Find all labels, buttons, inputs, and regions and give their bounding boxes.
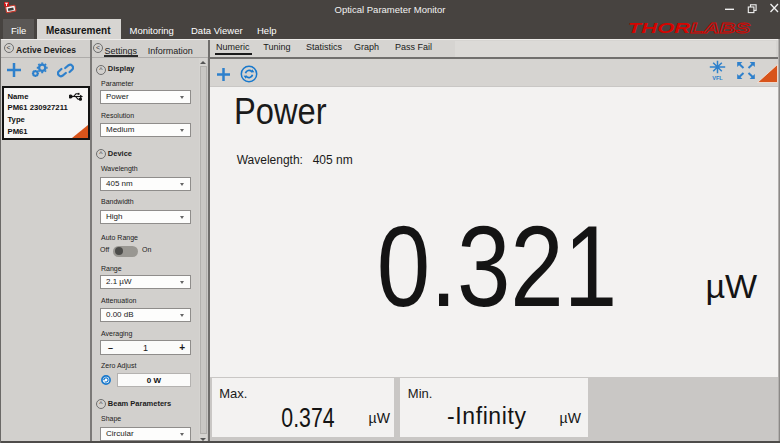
- svg-text:VFL: VFL: [712, 75, 723, 81]
